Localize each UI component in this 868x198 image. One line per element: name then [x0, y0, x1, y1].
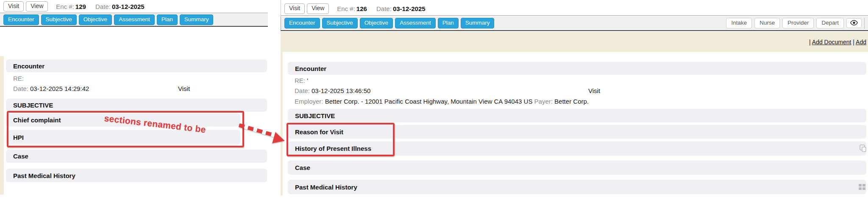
tab-plan[interactable]: Plan: [438, 18, 459, 28]
left-encounter-toolbar: Visit View Enc #:129 Date:03-12-2025: [0, 0, 268, 13]
tab-objective[interactable]: Objective: [79, 14, 112, 25]
left-screenshot-panel: Visit View Enc #:129 Date:03-12-2025 Enc…: [0, 0, 275, 198]
visit-button[interactable]: Visit: [3, 1, 24, 11]
toolbar-divider: [864, 18, 865, 29]
tab-assessment[interactable]: Assessment: [114, 14, 155, 25]
right-encounter-toolbar: Visit View Enc #:126 Date:03-12-2025: [281, 0, 868, 16]
left-section-tabbar: Encounter Subjective Objective Assessmen…: [0, 14, 268, 27]
add-document-link[interactable]: Add Document: [812, 39, 851, 45]
depart-button[interactable]: Depart: [816, 18, 844, 28]
section-row-past-medical-history[interactable]: Past Medical History: [288, 180, 866, 194]
enc-date-value: 03-12-2025: [393, 5, 426, 12]
tab-summary[interactable]: Summary: [461, 18, 495, 28]
tab-encounter[interactable]: Encounter: [284, 18, 320, 28]
date-line: Date: 03-12-2025 13:46:50: [295, 87, 370, 94]
visit-stage-buttons: Intake Nurse Provider Depart: [726, 18, 868, 29]
enc-number: Enc #:126 Date:03-12-2025: [337, 5, 433, 12]
section-row-past-medical-history[interactable]: Past Medical History: [6, 169, 267, 182]
tab-subjective[interactable]: Subjective: [322, 18, 358, 28]
section-row-case[interactable]: Case: [288, 161, 866, 175]
subjective-section-header[interactable]: SUBJECTIVE: [6, 99, 267, 112]
document-links-bar: | Add Document | Add: [281, 32, 868, 52]
enc-number-label: Enc #:: [337, 5, 355, 12]
right-screenshot-panel: Visit View Enc #:126 Date:03-12-2025 Enc…: [281, 0, 868, 198]
encounter-section-title: Encounter: [288, 65, 326, 72]
date-line: Date: 03-12-2025 14:29:42: [13, 85, 89, 92]
tab-objective[interactable]: Objective: [360, 18, 393, 28]
tab-subjective[interactable]: Subjective: [41, 14, 77, 25]
section-row-label: Past Medical History: [288, 184, 357, 191]
annotation-box-new-names: [287, 123, 395, 156]
tab-summary[interactable]: Summary: [180, 14, 214, 25]
enc-number-value: 126: [356, 5, 367, 12]
visit-button[interactable]: Visit: [284, 3, 305, 14]
encounter-section-title: Encounter: [6, 62, 45, 70]
encounter-section-header[interactable]: Encounter: [6, 59, 267, 72]
enc-date-value: 03-12-2025: [112, 3, 145, 10]
copy-icon[interactable]: [859, 144, 867, 153]
add-links: | Add Document | Add: [809, 39, 866, 45]
eye-icon[interactable]: [846, 18, 862, 28]
enc-number-label: Enc #:: [56, 3, 74, 10]
visit-link[interactable]: Visit: [588, 87, 600, 94]
subjective-section-title: SUBJECTIVE: [288, 112, 335, 119]
subjective-section-title: SUBJECTIVE: [6, 102, 53, 109]
subjective-section-header[interactable]: SUBJECTIVE: [288, 109, 866, 122]
enc-number: Enc #:129 Date:03-12-2025: [56, 3, 152, 10]
re-line: RE:: [13, 75, 24, 82]
enc-date-label: Date:: [376, 5, 392, 12]
re-line: RE: ': [295, 77, 308, 84]
enc-number-value: 129: [75, 3, 86, 10]
tab-encounter[interactable]: Encounter: [3, 14, 39, 25]
encounter-section-header[interactable]: Encounter: [288, 62, 866, 75]
view-button[interactable]: View: [26, 1, 48, 11]
section-row-label: Case: [6, 153, 28, 160]
page-margin: [281, 52, 283, 195]
employer-payer-line: Employer: Better Corp. - 12001 Pacific C…: [295, 98, 589, 105]
tab-plan[interactable]: Plan: [157, 14, 178, 25]
nurse-button[interactable]: Nurse: [754, 18, 780, 28]
page-margin: [0, 56, 4, 195]
tab-assessment[interactable]: Assessment: [395, 18, 436, 28]
grid-icon[interactable]: [859, 184, 866, 190]
right-section-tabbar: Encounter Subjective Objective Assessmen…: [281, 16, 868, 31]
add-link[interactable]: Add: [856, 39, 866, 45]
visit-link[interactable]: Visit: [178, 85, 190, 92]
enc-date-label: Date:: [95, 3, 111, 10]
section-row-label: Past Medical History: [6, 172, 75, 179]
view-button[interactable]: View: [307, 3, 329, 14]
provider-button[interactable]: Provider: [782, 18, 814, 28]
section-row-case[interactable]: Case: [6, 150, 267, 163]
intake-button[interactable]: Intake: [726, 18, 752, 28]
section-row-label: Case: [288, 164, 310, 171]
